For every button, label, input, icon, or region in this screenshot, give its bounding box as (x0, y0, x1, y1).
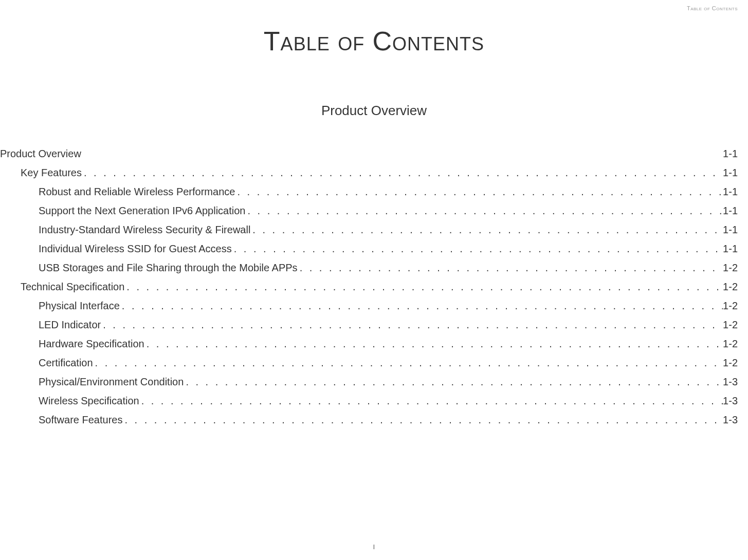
toc-entry-label: Technical Specification (21, 277, 124, 296)
toc-entry[interactable]: Hardware Specification . . . . . . . . .… (0, 334, 748, 353)
toc-entry-page: 1-1 (723, 220, 738, 239)
toc-entry-page: 1-2 (723, 296, 738, 315)
toc-entry[interactable]: Product Overview 1-1 (0, 144, 748, 163)
toc-entry[interactable]: Support the Next Generation IPv6 Applica… (0, 201, 748, 220)
toc-leader: . . . . . . . . . . . . . . . . . . . . … (245, 201, 723, 220)
toc-leader: . . . . . . . . . . . . . . . . . . . . … (101, 315, 723, 334)
toc-entry-page: 1-1 (723, 239, 738, 258)
toc-entry-page: 1-2 (723, 258, 738, 277)
page-title: Table of Contents (0, 26, 748, 57)
toc-entry-page: 1-1 (723, 144, 738, 163)
toc-entry-page: 1-3 (723, 410, 738, 430)
toc-entry-label: Robust and Reliable Wireless Performance (39, 182, 235, 201)
toc-entry-label: Hardware Specification (39, 334, 144, 353)
toc-entry[interactable]: Individual Wireless SSID for Guest Acces… (0, 239, 748, 258)
toc-entry[interactable]: Key Features . . . . . . . . . . . . . .… (0, 163, 748, 182)
toc-leader: . . . . . . . . . . . . . . . . . . . . … (120, 296, 723, 315)
toc-leader: . . . . . . . . . . . . . . . . . . . . … (235, 182, 723, 201)
toc-entry-label: Certification (39, 353, 93, 372)
toc-entry-label: LED Indicator (39, 315, 101, 334)
toc-entry[interactable]: Technical Specification . . . . . . . . … (0, 277, 748, 296)
toc-entry-label: Support the Next Generation IPv6 Applica… (39, 201, 245, 220)
toc-leader: . . . . . . . . . . . . . . . . . . . . … (93, 353, 723, 372)
toc-entry[interactable]: Physical/Environment Condition . . . . .… (0, 372, 748, 391)
toc-entry-page: 1-2 (723, 353, 738, 372)
toc-entry[interactable]: Physical Interface . . . . . . . . . . .… (0, 296, 748, 315)
running-head: Table of Contents (687, 5, 738, 11)
toc-entry-label: Wireless Specification (39, 391, 139, 410)
page-footer-marker: I (373, 544, 375, 551)
toc-entry-label: Key Features (21, 163, 82, 182)
toc-entry-page: 1-1 (723, 182, 738, 201)
toc-leader: . . . . . . . . . . . . . . . . . . . . … (82, 163, 723, 182)
toc-entry-label: Physical/Environment Condition (39, 372, 184, 391)
toc-list: Product Overview 1-1Key Features . . . .… (0, 144, 748, 430)
toc-entry-label: Physical Interface (39, 296, 120, 315)
toc-entry-label: Industry-Standard Wireless Security & Fi… (39, 220, 250, 239)
toc-entry-page: 1-2 (723, 277, 738, 296)
toc-entry[interactable]: LED Indicator . . . . . . . . . . . . . … (0, 315, 748, 334)
toc-entry-label: Software Features (39, 410, 122, 430)
toc-leader: . . . . . . . . . . . . . . . . . . . . … (122, 410, 723, 430)
toc-entry-page: 1-1 (723, 163, 738, 182)
toc-entry[interactable]: Robust and Reliable Wireless Performance… (0, 182, 748, 201)
toc-entry-page: 1-3 (723, 372, 738, 391)
toc-entry[interactable]: Wireless Specification . . . . . . . . .… (0, 391, 748, 410)
toc-entry-label: Product Overview (0, 144, 81, 163)
toc-leader: . . . . . . . . . . . . . . . . . . . . … (144, 334, 723, 353)
toc-entry-page: 1-2 (723, 334, 738, 353)
toc-entry-label: Individual Wireless SSID for Guest Acces… (39, 239, 232, 258)
section-title: Product Overview (0, 103, 748, 119)
toc-entry[interactable]: Software Features . . . . . . . . . . . … (0, 410, 748, 430)
toc-entry-label: USB Storages and File Sharing through th… (39, 258, 298, 277)
toc-leader: . . . . . . . . . . . . . . . . . . . . … (298, 258, 723, 277)
toc-entry[interactable]: USB Storages and File Sharing through th… (0, 258, 748, 277)
toc-leader: . . . . . . . . . . . . . . . . . . . . … (139, 391, 723, 410)
toc-leader: . . . . . . . . . . . . . . . . . . . . … (184, 372, 723, 391)
toc-entry[interactable]: Industry-Standard Wireless Security & Fi… (0, 220, 748, 239)
toc-leader: . . . . . . . . . . . . . . . . . . . . … (250, 220, 723, 239)
toc-entry-page: 1-3 (723, 391, 738, 410)
toc-leader: . . . . . . . . . . . . . . . . . . . . … (232, 239, 723, 258)
toc-leader (81, 144, 723, 163)
toc-entry-page: 1-1 (723, 201, 738, 220)
toc-leader: . . . . . . . . . . . . . . . . . . . . … (124, 277, 723, 296)
toc-entry-page: 1-2 (723, 315, 738, 334)
toc-entry[interactable]: Certification . . . . . . . . . . . . . … (0, 353, 748, 372)
